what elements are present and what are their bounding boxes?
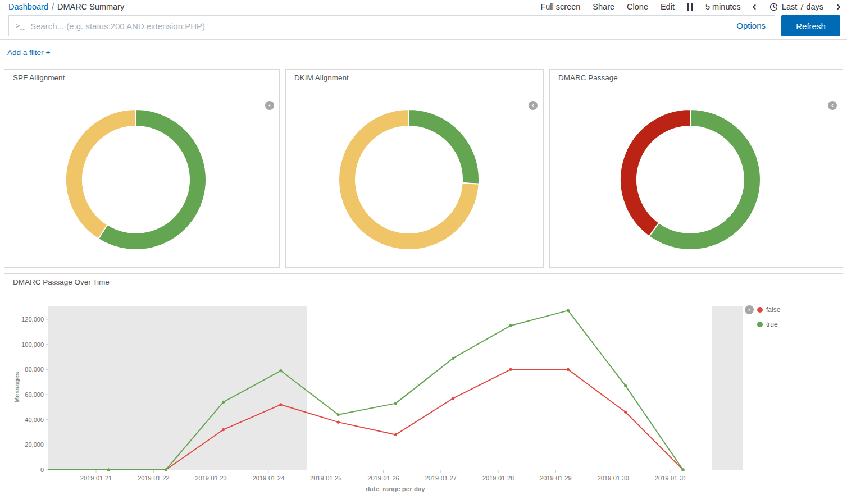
query-bar: >_ Options bbox=[8, 15, 775, 36]
out-of-range-bands bbox=[48, 306, 743, 470]
panel-title: DMARC Passage bbox=[558, 74, 618, 82]
nav-actions: Full screen Share Clone Edit 5 minutes L… bbox=[540, 2, 840, 11]
chevron-right-icon[interactable] bbox=[835, 4, 841, 10]
panel-title: SPF Allignment bbox=[13, 74, 65, 82]
refresh-button[interactable]: Refresh bbox=[781, 15, 840, 36]
legend-label: false bbox=[766, 306, 780, 314]
add-filter-button[interactable]: Add a filter+ bbox=[7, 48, 50, 57]
dmarc-donut-chart[interactable] bbox=[614, 104, 766, 255]
panel-dkim-alignment: DKIM Alignment bbox=[285, 69, 544, 268]
dkim-donut-chart[interactable] bbox=[333, 104, 485, 255]
spf-donut-chart[interactable] bbox=[60, 104, 212, 255]
svg-text:2019-01-31: 2019-01-31 bbox=[655, 475, 686, 482]
options-link[interactable]: Options bbox=[736, 21, 766, 30]
clone-button[interactable]: Clone bbox=[627, 2, 648, 11]
query-prompt-icon: >_ bbox=[16, 21, 25, 30]
legend-toggle-icon[interactable] bbox=[529, 101, 538, 110]
pause-icon[interactable] bbox=[687, 3, 693, 11]
svg-text:2019-01-27: 2019-01-27 bbox=[425, 475, 457, 482]
legend-toggle-icon[interactable] bbox=[265, 101, 274, 110]
clock-icon bbox=[769, 3, 778, 11]
legend-item-false[interactable]: false bbox=[757, 305, 780, 314]
share-button[interactable]: Share bbox=[593, 2, 614, 11]
svg-text:2019-01-29: 2019-01-29 bbox=[540, 475, 571, 482]
time-range-label: Last 7 days bbox=[782, 2, 823, 11]
svg-text:2019-01-23: 2019-01-23 bbox=[195, 475, 226, 482]
svg-text:2019-01-28: 2019-01-28 bbox=[482, 475, 514, 482]
dmarc-passage-line-chart[interactable]: 020,00040,00060,00080,000100,000120,0002… bbox=[4, 274, 844, 504]
chevron-left-icon[interactable] bbox=[752, 4, 758, 10]
y-axis: 020,00040,00060,00080,000100,000120,000 bbox=[21, 316, 48, 473]
legend-dot-false bbox=[757, 307, 763, 313]
legend-toggle-icon[interactable] bbox=[828, 101, 837, 110]
svg-text:60,000: 60,000 bbox=[25, 391, 44, 398]
x-axis: 2019-01-212019-01-222019-01-232019-01-24… bbox=[80, 470, 686, 482]
time-range-picker[interactable]: Last 7 days bbox=[769, 2, 823, 11]
svg-text:40,000: 40,000 bbox=[25, 416, 44, 423]
legend-label: true bbox=[766, 320, 778, 328]
breadcrumb-separator: / bbox=[52, 2, 54, 11]
chart-legend: false true bbox=[757, 305, 780, 335]
svg-text:2019-01-24: 2019-01-24 bbox=[253, 475, 284, 482]
edit-button[interactable]: Edit bbox=[661, 2, 675, 11]
legend-item-true[interactable]: true bbox=[757, 320, 780, 329]
svg-text:2019-01-26: 2019-01-26 bbox=[367, 475, 399, 482]
x-axis-title: date_range per day bbox=[339, 485, 452, 492]
svg-text:2019-01-25: 2019-01-25 bbox=[310, 475, 341, 482]
legend-toggle-icon[interactable] bbox=[745, 305, 754, 314]
svg-text:120,000: 120,000 bbox=[21, 316, 44, 323]
svg-text:80,000: 80,000 bbox=[25, 366, 44, 373]
page-title: DMARC Summary bbox=[57, 2, 124, 11]
svg-text:100,000: 100,000 bbox=[21, 341, 44, 348]
top-nav-bar: Dashboard/DMARC Summary Full screen Shar… bbox=[0, 0, 847, 15]
y-axis-title: Messages bbox=[13, 365, 20, 410]
panel-title: DKIM Alignment bbox=[294, 74, 349, 82]
add-filter-label: Add a filter bbox=[7, 48, 44, 57]
svg-text:20,000: 20,000 bbox=[25, 441, 44, 448]
legend-dot-true bbox=[757, 322, 763, 327]
panel-dmarc-passage-over-time: DMARC Passage Over Time 020,00040,00060,… bbox=[4, 273, 843, 503]
panel-spf-alignment: SPF Allignment bbox=[4, 69, 280, 268]
svg-text:0: 0 bbox=[40, 466, 44, 473]
add-filter-plus-icon: + bbox=[46, 48, 51, 57]
svg-text:2019-01-30: 2019-01-30 bbox=[598, 475, 629, 482]
query-bar-divider bbox=[0, 39, 847, 40]
svg-text:2019-01-22: 2019-01-22 bbox=[138, 475, 169, 482]
svg-text:2019-01-21: 2019-01-21 bbox=[80, 475, 112, 482]
breadcrumb: Dashboard/DMARC Summary bbox=[8, 2, 124, 11]
search-input[interactable] bbox=[30, 16, 721, 35]
breadcrumb-dashboard-link[interactable]: Dashboard bbox=[8, 2, 48, 11]
full-screen-button[interactable]: Full screen bbox=[540, 2, 580, 11]
panel-dmarc-passage: DMARC Passage bbox=[549, 69, 843, 268]
refresh-interval-button[interactable]: 5 minutes bbox=[705, 2, 741, 11]
